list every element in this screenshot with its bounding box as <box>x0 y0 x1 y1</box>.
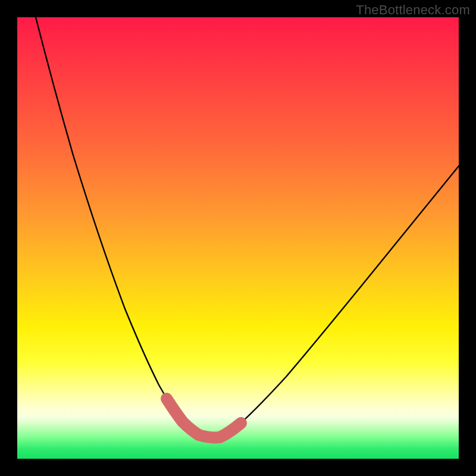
watermark-text: TheBottleneck.com <box>356 2 470 18</box>
chart-svg <box>17 17 459 459</box>
bottleneck-curve <box>36 17 459 438</box>
outer-frame: TheBottleneck.com <box>0 0 476 476</box>
plot-area <box>17 17 459 459</box>
highlight-band <box>167 399 241 437</box>
